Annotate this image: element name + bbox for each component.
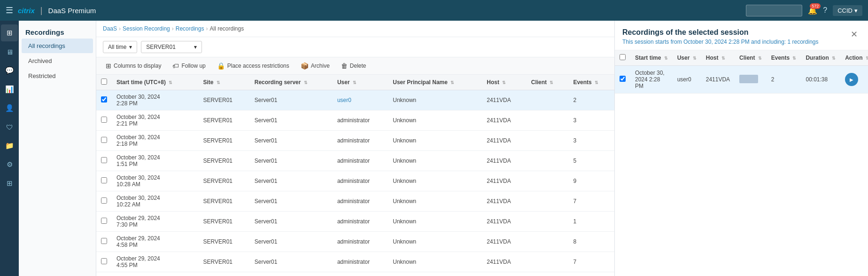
breadcrumb-item[interactable]: Recordings: [176, 25, 204, 32]
row-cell: October 29, 20247:30 PM: [112, 212, 199, 232]
row-checkbox[interactable]: [101, 157, 107, 163]
side-table-row[interactable]: October 30, 2024 2:28 PMuser02411VDA200:…: [615, 66, 868, 94]
col-host[interactable]: Host ⇅: [482, 75, 527, 90]
col-events[interactable]: Events ⇅: [568, 75, 614, 90]
nav-chart[interactable]: 📊: [1, 81, 18, 98]
row-checkbox[interactable]: [101, 137, 107, 143]
col-start-time--utc-8-[interactable]: Start time (UTC+8) ⇅: [112, 75, 199, 90]
row-checkbox-cell[interactable]: [96, 90, 112, 110]
row-checkbox[interactable]: [101, 117, 107, 123]
sidebar-title: Recordings: [19, 24, 96, 38]
table-row[interactable]: October 29, 20247:30 PMSERVER01Server01a…: [96, 212, 614, 232]
help-icon[interactable]: ?: [823, 6, 827, 15]
row-checkbox-cell[interactable]: [96, 110, 112, 131]
row-checkbox[interactable]: [101, 258, 107, 264]
breadcrumb-separator: ›: [206, 25, 208, 32]
table-row[interactable]: October 29, 20244:55 PMSERVER01Server01a…: [96, 252, 614, 272]
nav-home[interactable]: ⊞: [1, 24, 18, 41]
nav-person[interactable]: 👤: [1, 100, 18, 117]
row-cell: [527, 191, 569, 212]
side-col-events[interactable]: Events ⇅: [767, 50, 801, 66]
row-cell: 2411VDA: [482, 151, 527, 171]
access-button[interactable]: 🔒 Place access restrictions: [214, 60, 292, 71]
side-col-start-time[interactable]: Start time ⇅: [630, 50, 673, 66]
followup-button[interactable]: 🏷 Follow up: [170, 60, 208, 71]
row-checkbox-cell[interactable]: [96, 131, 112, 151]
row-checkbox[interactable]: [101, 197, 107, 204]
row-cell: Unknown: [388, 191, 482, 212]
breadcrumb-item[interactable]: DaaS: [103, 25, 117, 32]
table-row[interactable]: October 30, 20241:51 PMSERVER01Server01a…: [96, 151, 614, 171]
table-row[interactable]: October 30, 202410:22 AMSERVER01Server01…: [96, 191, 614, 212]
row-checkbox[interactable]: [101, 177, 107, 183]
sidebar-item-all-recordings[interactable]: All recordings: [22, 39, 93, 53]
play-button[interactable]: ▶: [845, 73, 858, 86]
table-row[interactable]: October 30, 20242:21 PMSERVER01Server01a…: [96, 110, 614, 131]
side-row-checkbox-cell[interactable]: [615, 66, 630, 94]
row-cell: Server01: [250, 90, 333, 110]
server-filter[interactable]: SERVER01 ▾: [141, 41, 202, 53]
side-select-all-header[interactable]: [615, 50, 630, 66]
col-client[interactable]: Client ⇅: [527, 75, 569, 90]
row-checkbox-cell[interactable]: [96, 272, 112, 276]
select-all-checkbox[interactable]: [101, 79, 107, 85]
table-row[interactable]: October 29, 20244:58 PMSERVER01Server01a…: [96, 232, 614, 252]
nav-monitor[interactable]: 🖥: [1, 43, 18, 60]
row-cell: administrator: [333, 212, 388, 232]
side-host: 2411VDA: [701, 66, 735, 94]
hamburger-icon[interactable]: ☰: [6, 5, 13, 16]
nav-message[interactable]: 💬: [1, 62, 18, 79]
nav-file[interactable]: 📁: [1, 137, 18, 154]
side-row-checkbox[interactable]: [620, 76, 626, 82]
row-checkbox-cell[interactable]: [96, 232, 112, 252]
side-col-client[interactable]: Client ⇅: [735, 50, 767, 66]
side-col-user[interactable]: User ⇅: [673, 50, 701, 66]
breadcrumb-item[interactable]: Session Recording: [123, 25, 170, 32]
account-button[interactable]: CCID ▾: [833, 5, 862, 16]
breadcrumb-item[interactable]: All recordings: [209, 25, 244, 32]
nav-shield[interactable]: 🛡: [1, 118, 18, 135]
row-cell: 3: [568, 110, 614, 131]
close-button[interactable]: ✕: [848, 28, 860, 40]
row-cell: SERVER01: [199, 191, 250, 212]
col-user[interactable]: User ⇅: [333, 75, 388, 90]
sidebar-item-archived[interactable]: Archived: [22, 54, 93, 68]
row-checkbox-cell[interactable]: [96, 252, 112, 272]
nav-grid[interactable]: ⊞: [1, 175, 18, 192]
col-user-principal-name[interactable]: User Principal Name ⇅: [388, 75, 482, 90]
search-input[interactable]: [746, 5, 802, 16]
nav-settings[interactable]: ⚙: [1, 156, 18, 173]
select-all-header[interactable]: [96, 75, 112, 90]
account-chevron: ▾: [854, 7, 858, 14]
row-checkbox[interactable]: [101, 96, 107, 103]
side-col-duration[interactable]: Duration ⇅: [801, 50, 840, 66]
account-label: CCID: [837, 7, 852, 14]
archive-button[interactable]: 📦 Archive: [298, 60, 333, 71]
side-col-host[interactable]: Host ⇅: [701, 50, 735, 66]
row-cell: 2411VDA: [482, 252, 527, 272]
col-recording-server[interactable]: Recording server ⇅: [250, 75, 333, 90]
main-layout: ⊞ 🖥 💬 📊 👤 🛡 📁 ⚙ ⊞ Recordings All recordi…: [0, 21, 868, 276]
table-row[interactable]: October 30, 202410:28 AMSERVER01Server01…: [96, 171, 614, 191]
side-col-action[interactable]: Action ⇅: [840, 50, 868, 66]
row-checkbox-cell[interactable]: [96, 151, 112, 171]
topnav-right: 🔔 572 ? CCID ▾: [746, 5, 862, 16]
row-cell: 1: [568, 212, 614, 232]
row-checkbox-cell[interactable]: [96, 191, 112, 212]
row-checkbox-cell[interactable]: [96, 212, 112, 232]
time-filter[interactable]: All time ▾: [103, 41, 137, 53]
row-checkbox-cell[interactable]: [96, 171, 112, 191]
row-checkbox[interactable]: [101, 218, 107, 224]
table-row[interactable]: October 30, 20242:28 PMSERVER01Server01u…: [96, 90, 614, 110]
side-select-all-checkbox[interactable]: [620, 54, 626, 60]
delete-button[interactable]: 🗑 Delete: [338, 60, 369, 71]
side-action-cell[interactable]: ▶: [840, 66, 868, 94]
table-row[interactable]: October 29, 20244:50 PMSERVER01Server01a…: [96, 272, 614, 276]
sidebar-item-restricted[interactable]: Restricted: [22, 69, 93, 83]
columns-button[interactable]: ⊞ Columns to display: [103, 60, 164, 71]
table-row[interactable]: October 30, 20242:18 PMSERVER01Server01a…: [96, 131, 614, 151]
col-site[interactable]: Site ⇅: [199, 75, 250, 90]
sort-icon: ⇅: [502, 80, 506, 85]
notification-icon[interactable]: 🔔 572: [808, 6, 817, 15]
row-checkbox[interactable]: [101, 238, 107, 244]
